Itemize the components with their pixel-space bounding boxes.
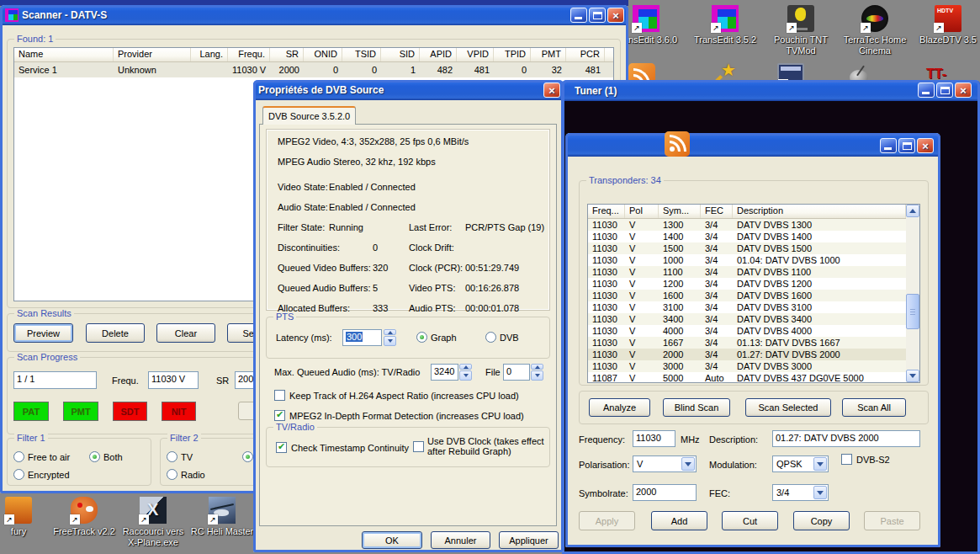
table-row[interactable]: 11030V10003/401.04: DATV DVBS 1000 [588, 254, 906, 266]
scanner-close-button[interactable]: × [607, 8, 624, 23]
transponder-titlebar[interactable]: × [565, 133, 940, 157]
file-input[interactable]: 0 [503, 364, 530, 381]
analyze-button[interactable]: Analyze [589, 398, 650, 417]
blazedtv-3-5-desktop-icon[interactable]: HDTVBlazeDTV 3.5 [913, 5, 980, 45]
filter2-radio-radio[interactable] [167, 469, 177, 480]
column-header[interactable]: Lang. [191, 48, 228, 61]
table-row[interactable]: 11030V11003/4DATV DVBS 1100 [588, 266, 906, 278]
column-header[interactable]: PMT [531, 48, 566, 61]
transponder-close-button[interactable]: × [917, 138, 934, 153]
latency-spinner[interactable] [384, 329, 396, 346]
mpeg2-checkbox[interactable] [274, 410, 285, 421]
fec-select[interactable]: 3/4 [772, 484, 829, 501]
frequency-input[interactable]: 11030 [633, 430, 675, 447]
transedit-3-5-2-desktop-icon[interactable]: TransEdit 3.5.2 [690, 5, 760, 45]
column-header[interactable]: Freq... [588, 205, 625, 218]
dvb-source-tab[interactable]: DVB Source 3.5.2.0 [262, 106, 356, 125]
scroll-down-button[interactable] [906, 370, 919, 382]
delete-button[interactable]: Delete [86, 323, 145, 343]
scanner-titlebar[interactable]: Scanner - DATV-S × [0, 5, 628, 25]
clear-button[interactable]: Clear [156, 323, 215, 343]
transponder-list[interactable]: Freq...PolSym...FECDescription11030V1300… [587, 204, 920, 383]
table-row[interactable]: Service 1Unknown11030 V20000014824810324… [14, 62, 613, 77]
table-row[interactable]: 11030V30003/4DATV DVBS 3000 [588, 360, 906, 372]
column-header[interactable]: SID [381, 48, 420, 61]
table-row[interactable]: 11030V20003/401.27: DATV DVBS 2000 [588, 349, 906, 360]
cancel-button[interactable]: Annuler [431, 531, 490, 549]
scan-all-button[interactable]: Scan All [842, 398, 906, 417]
column-header[interactable]: Name [14, 48, 114, 61]
apply-button[interactable]: Apply [579, 511, 635, 530]
tuner-titlebar[interactable]: Tuner (1) × [562, 80, 980, 101]
table-row[interactable]: 11030V40003/4DATV DVBS 4000 [588, 325, 906, 337]
scanner-minimize-button[interactable] [570, 8, 587, 23]
terratec-home-cinema-desktop-icon[interactable]: TerraTec Home Cinema [840, 5, 910, 56]
fec-dropdown-icon[interactable] [813, 486, 827, 499]
scroll-up-button[interactable] [906, 205, 919, 217]
column-header[interactable]: VPID [457, 48, 494, 61]
cut-button[interactable]: Cut [722, 511, 778, 530]
modulation-dropdown-icon[interactable] [813, 457, 827, 471]
dvb-clock-checkbox[interactable] [413, 441, 424, 452]
filter2-radio-both[interactable] [242, 451, 253, 462]
column-header[interactable]: Description [733, 205, 906, 218]
table-row[interactable]: 11030V15003/4DATV DVBS 1500 [588, 242, 906, 254]
freetrack-v2-2-desktop-icon[interactable]: FreeTrack v2.2 [49, 497, 119, 537]
freq-field[interactable]: 11030 V [148, 371, 199, 389]
dialog-close-button[interactable]: × [543, 83, 560, 98]
table-row[interactable]: 11087V5000AutoDATV DVBS 437 DG0VE 5000 [588, 372, 906, 383]
ok-button[interactable]: OK [362, 531, 422, 549]
column-header[interactable]: TSID [342, 48, 381, 61]
pouchin-tnt-tvmod-desktop-icon[interactable]: Pouchin TNT TVMod [765, 5, 836, 56]
column-header[interactable]: TPID [494, 48, 531, 61]
max-queued-input[interactable]: 3240 [431, 364, 458, 381]
scroll-thumb[interactable] [906, 294, 919, 329]
filter1-radio-free-to-air[interactable] [13, 451, 24, 462]
column-header[interactable]: Provider [114, 48, 191, 61]
table-row[interactable]: 11030V12003/4DATV DVBS 1200 [588, 278, 906, 290]
fury-desktop-icon[interactable]: fury [0, 497, 54, 537]
polarisation-select[interactable]: V [633, 455, 697, 472]
table-row[interactable]: 11030V13003/4DATV DVBS 1300 [588, 219, 906, 231]
filter1-radio-both[interactable] [89, 451, 100, 462]
transponder-maximize-button[interactable] [898, 138, 915, 153]
transponder-scrollbar[interactable] [906, 205, 919, 382]
timestamp-checkbox[interactable] [276, 442, 287, 453]
blind-scan-button[interactable]: Blind Scan [663, 398, 730, 417]
transponder-minimize-button[interactable] [880, 138, 897, 153]
column-header[interactable]: Frequ. [228, 48, 270, 61]
add-button[interactable]: Add [651, 511, 707, 530]
filter1-radio-encrypted[interactable] [13, 469, 24, 480]
rc-heli-master-desktop-icon[interactable]: RC Heli Master [187, 497, 257, 537]
table-row[interactable]: 11030V16003/4DATV DVBS 1600 [588, 290, 906, 301]
table-row[interactable]: 11030V16673/401.13: DATV DVBS 1667 [588, 337, 906, 349]
paste-button[interactable]: Paste [864, 511, 920, 530]
apply-button[interactable]: Appliquer [499, 531, 559, 549]
scanner-maximize-button[interactable] [589, 8, 606, 23]
column-header[interactable]: ONID [304, 48, 342, 61]
table-row[interactable]: 11030V14003/4DATV DVBS 1400 [588, 231, 906, 242]
dialog-titlebar[interactable]: Propriétés de DVB Source × [253, 80, 564, 100]
symbolrate-input[interactable]: 2000 [633, 484, 697, 501]
dvb-radio[interactable] [485, 332, 496, 343]
column-header[interactable]: SR [270, 48, 304, 61]
table-row[interactable]: 11030V31003/4DATV DVBS 3100 [588, 301, 906, 313]
column-header[interactable]: APID [420, 48, 457, 61]
preview-button[interactable]: Preview [13, 323, 73, 343]
dvbs2-checkbox[interactable] [841, 454, 852, 465]
polarisation-dropdown-icon[interactable] [681, 457, 695, 471]
column-header[interactable]: PCR [566, 48, 605, 61]
graph-radio[interactable] [416, 332, 427, 343]
max-queued-spinner[interactable] [459, 364, 472, 381]
scan-selected-button[interactable]: Scan Selected [745, 398, 831, 417]
h264-checkbox[interactable] [274, 390, 285, 401]
filter2-radio-tv[interactable] [167, 451, 177, 462]
tuner-minimize-button[interactable] [918, 83, 935, 98]
modulation-select[interactable]: QPSK [772, 455, 829, 472]
file-spinner[interactable] [531, 364, 543, 381]
latency-input[interactable]: 300 [342, 329, 382, 346]
tuner-maximize-button[interactable] [936, 83, 953, 98]
column-header[interactable]: Sym... [659, 205, 701, 218]
copy-button[interactable]: Copy [793, 511, 850, 530]
description-input[interactable]: 01.27: DATV DVBS 2000 [772, 430, 920, 447]
